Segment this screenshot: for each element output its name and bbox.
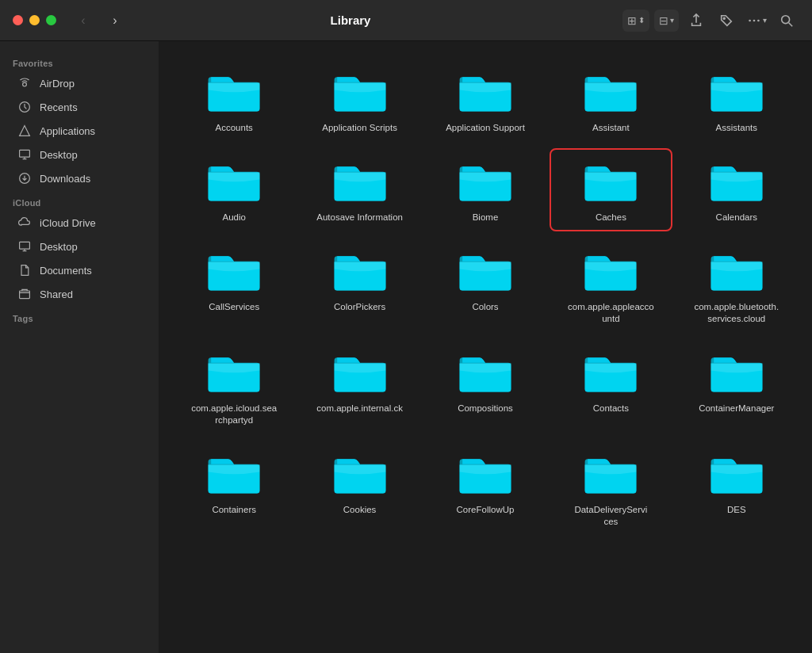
folder-item-containers[interactable]: Containers [174, 442, 293, 534]
folder-item-contacts[interactable]: Contacts [551, 341, 670, 433]
airdrop-icon [17, 76, 32, 90]
folder-label: Audio [222, 212, 245, 223]
folder-icon [708, 156, 765, 207]
folder-item-assistant[interactable]: Assistant [551, 60, 670, 140]
folder-icon [457, 246, 514, 296]
sidebar-item-label: Recents [40, 101, 78, 113]
applications-icon [17, 124, 32, 138]
sidebar: Favorites AirDrop Recents [0, 41, 159, 653]
svg-point-4 [782, 15, 790, 23]
maximize-button[interactable] [46, 15, 56, 25]
downloads-icon [17, 171, 32, 185]
folder-item-calendars[interactable]: Calendars [677, 150, 796, 230]
svg-point-2 [753, 19, 755, 21]
folder-label: Contacts [593, 403, 629, 414]
folder-item-colorpickers[interactable]: ColorPickers [300, 239, 419, 331]
folder-item-app-support[interactable]: Application Support [426, 60, 545, 140]
grid2-icon: ⊟ [659, 14, 668, 27]
folder-item-app-scripts[interactable]: Application Scripts [300, 60, 419, 140]
folder-item-cookies[interactable]: Cookies [300, 442, 419, 534]
folder-item-container-manager[interactable]: ContainerManager [677, 341, 796, 433]
folder-label: Compositions [458, 403, 513, 414]
folder-item-com-apple-internal[interactable]: com.apple.internal.ck [300, 341, 419, 433]
svg-point-6 [23, 82, 27, 86]
folder-label: com.apple.appleaccountd [567, 301, 654, 325]
folder-icon [457, 449, 514, 499]
favorites-section-label: Favorites [0, 51, 159, 71]
sidebar-item-label: Shared [40, 288, 73, 300]
folder-label: DES [727, 504, 746, 516]
folder-item-autosave[interactable]: Autosave Information [300, 150, 419, 230]
folder-item-com-apple-icloud[interactable]: com.apple.icloud.searchpartyd [174, 341, 293, 433]
sidebar-item-downloads[interactable]: Downloads [5, 167, 154, 189]
folder-icon [708, 347, 765, 398]
svg-point-1 [749, 19, 751, 21]
icloud-desktop-icon [17, 239, 32, 254]
folder-icon [457, 67, 514, 117]
icloud-section-label: iCloud [0, 190, 159, 211]
svg-rect-11 [20, 291, 30, 299]
window-title: Library [88, 13, 613, 27]
grid-icon: ⊞ [627, 14, 637, 27]
sidebar-item-icloud-drive[interactable]: iCloud Drive [5, 212, 154, 234]
folder-item-callservices[interactable]: CallServices [174, 239, 293, 331]
svg-point-0 [723, 17, 725, 19]
folder-item-accounts[interactable]: Accounts [174, 60, 293, 140]
close-button[interactable] [13, 15, 23, 25]
svg-line-5 [789, 22, 793, 26]
sidebar-item-desktop[interactable]: Desktop [5, 143, 154, 166]
folder-icon [205, 156, 262, 207]
sidebar-item-shared[interactable]: Shared [5, 283, 154, 305]
folder-icon [205, 67, 262, 117]
view-toggle-button[interactable]: ⊞ ⬍ [622, 10, 649, 32]
sidebar-item-documents[interactable]: Documents [5, 259, 154, 281]
window-controls [13, 15, 56, 25]
sidebar-item-label: Applications [40, 125, 95, 137]
folder-item-des[interactable]: DES [677, 442, 796, 534]
folder-item-biome[interactable]: Biome [426, 150, 545, 230]
chevron-up-down-icon: ⬍ [638, 16, 645, 25]
minimize-button[interactable] [29, 15, 40, 25]
search-button[interactable] [774, 10, 799, 32]
recents-icon [17, 100, 32, 114]
folder-icon [582, 347, 639, 398]
svg-point-3 [757, 19, 760, 21]
folder-item-compositions[interactable]: Compositions [426, 341, 545, 433]
sidebar-item-recents[interactable]: Recents [5, 96, 154, 118]
folder-icon [582, 67, 639, 117]
folder-icon [582, 156, 639, 207]
sidebar-item-label: AirDrop [40, 78, 75, 90]
folder-label: Calendars [716, 212, 757, 223]
folder-item-caches[interactable]: Caches [551, 150, 670, 230]
sidebar-item-icloud-desktop[interactable]: Desktop [5, 235, 154, 258]
folder-icon [205, 347, 262, 398]
sidebar-item-applications[interactable]: Applications [5, 120, 154, 142]
folder-label: Application Support [446, 122, 525, 134]
folder-label: Biome [473, 212, 499, 223]
folder-label: Autosave Information [316, 212, 403, 223]
folder-item-corefollow[interactable]: CoreFollowUp [426, 442, 545, 534]
view-options-button[interactable]: ⊟ ▾ [654, 10, 679, 32]
sidebar-item-label: Documents [40, 265, 92, 277]
more-button[interactable]: ▾ [744, 10, 769, 32]
toolbar-right: ⊞ ⬍ ⊟ ▾ ▾ [622, 10, 799, 32]
share-button[interactable] [684, 10, 709, 32]
sidebar-item-airdrop[interactable]: AirDrop [5, 72, 154, 94]
folder-item-colors[interactable]: Colors [426, 239, 545, 331]
folder-item-com-apple-appleccountd[interactable]: com.apple.appleaccountd [551, 239, 670, 331]
folder-item-assistants[interactable]: Assistants [677, 60, 796, 140]
folder-label: Caches [596, 212, 626, 223]
folder-item-audio[interactable]: Audio [174, 150, 293, 230]
folder-label: CoreFollowUp [457, 504, 515, 516]
folder-icon [331, 156, 389, 207]
titlebar: ‹ › Library ⊞ ⬍ ⊟ ▾ ▾ [0, 0, 812, 41]
folder-icon [331, 449, 389, 499]
folder-label: ColorPickers [334, 301, 385, 313]
folder-label: DataDeliveryServi ces [567, 504, 654, 528]
icloud-drive-icon [17, 216, 32, 230]
tag-button[interactable] [714, 10, 739, 32]
folder-item-datadelivery[interactable]: DataDeliveryServi ces [551, 442, 670, 534]
sidebar-item-label: Downloads [40, 173, 90, 185]
folder-item-com-apple-bluetooth[interactable]: com.apple.bluetooth.services.cloud [677, 239, 796, 331]
documents-icon [17, 263, 32, 277]
